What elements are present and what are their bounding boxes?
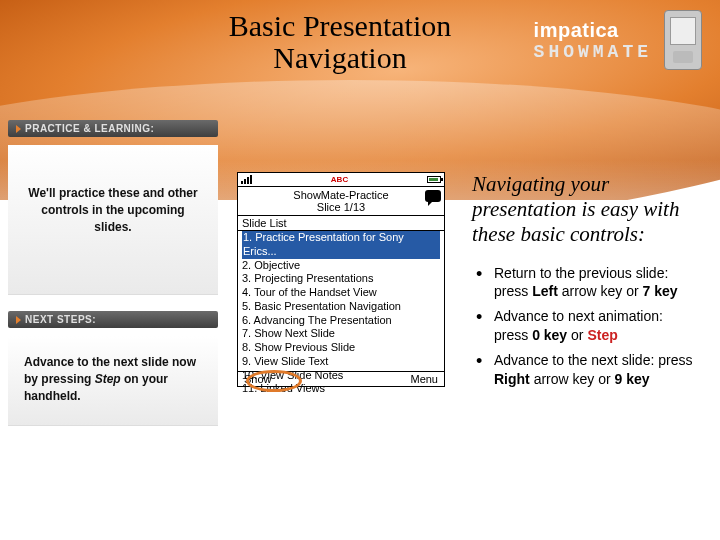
phone-list-item[interactable]: 2. Objective bbox=[242, 259, 440, 273]
phone-titlebar: ShowMate-Practice Slice 1/13 bbox=[238, 187, 444, 216]
next-steps-block: Advance to the next slide now by pressin… bbox=[8, 336, 218, 426]
phone-list-item[interactable]: 9. View Slide Text bbox=[242, 355, 440, 369]
handset-screenshot: ABC ShowMate-Practice Slice 1/13 Slide L… bbox=[237, 172, 445, 387]
practice-heading: PRACTICE & LEARNING: bbox=[8, 120, 218, 137]
phone-list-item[interactable]: 1. Practice Presentation for Sony Erics.… bbox=[242, 231, 440, 259]
phone-list-item[interactable]: 6. Advancing The Presentation bbox=[242, 314, 440, 328]
brand-name: impatica bbox=[534, 19, 652, 42]
phone-list-item[interactable]: 3. Projecting Presentations bbox=[242, 272, 440, 286]
controls-list-item: Return to the previous slide: press Left… bbox=[472, 264, 700, 302]
next-steps-heading: NEXT STEPS: bbox=[8, 311, 218, 328]
practice-text: We'll practice these and other controls … bbox=[28, 186, 197, 234]
practice-heading-label: PRACTICE & LEARNING: bbox=[25, 123, 154, 134]
device-icon bbox=[664, 10, 702, 70]
phone-list-item[interactable]: 4. Tour of the Handset View bbox=[242, 286, 440, 300]
slide-title: Basic Presentation Navigation bbox=[210, 10, 470, 73]
softkey-right[interactable]: Menu bbox=[410, 373, 438, 385]
next-steps-heading-label: NEXT STEPS: bbox=[25, 314, 96, 325]
phone-list-heading: Slide List bbox=[238, 216, 444, 231]
battery-icon bbox=[427, 176, 441, 183]
controls-list-item: Advance to the next slide: press Right a… bbox=[472, 351, 700, 389]
phone-list-item[interactable]: 8. Show Previous Slide bbox=[242, 341, 440, 355]
right-column: Navigating your presentation is easy wit… bbox=[472, 172, 700, 395]
step-word: Step bbox=[95, 372, 121, 386]
speech-bubble-icon bbox=[425, 190, 441, 202]
controls-list-item: Advance to next animation: press 0 key o… bbox=[472, 307, 700, 345]
phone-title: ShowMate-Practice bbox=[260, 189, 422, 201]
highlight-circle bbox=[246, 370, 302, 392]
phone-subtitle: Slice 1/13 bbox=[260, 201, 422, 213]
controls-list: Return to the previous slide: press Left… bbox=[472, 264, 700, 389]
brand-block: impatica SHOWMATE bbox=[534, 10, 702, 70]
phone-list-item[interactable]: 7. Show Next Slide bbox=[242, 327, 440, 341]
chevron-right-icon bbox=[16, 125, 21, 133]
phone-status-bar: ABC bbox=[238, 173, 444, 187]
intro-text: Navigating your presentation is easy wit… bbox=[472, 172, 700, 248]
signal-icon bbox=[241, 175, 252, 184]
chevron-right-icon bbox=[16, 316, 21, 324]
operator-label: ABC bbox=[331, 175, 348, 184]
brand-product: SHOWMATE bbox=[534, 42, 652, 62]
phone-list-item[interactable]: 5. Basic Presentation Navigation bbox=[242, 300, 440, 314]
left-column: PRACTICE & LEARNING: We'll practice thes… bbox=[8, 120, 218, 442]
practice-block: We'll practice these and other controls … bbox=[8, 145, 218, 295]
